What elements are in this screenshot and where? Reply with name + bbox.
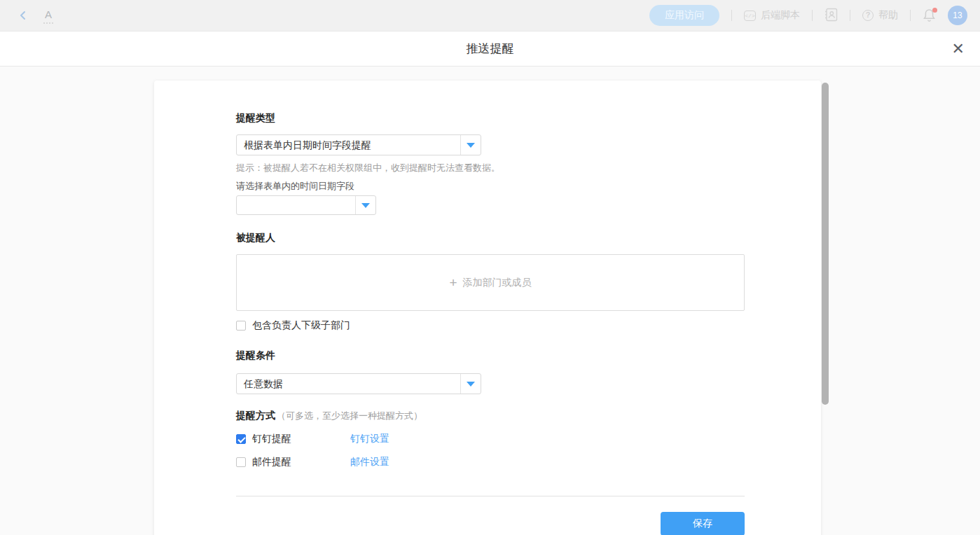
help-icon: ? (862, 10, 874, 21)
dingtalk-settings-link[interactable]: 钉钉设置 (350, 433, 389, 445)
chevron-down-icon (355, 196, 375, 214)
save-button[interactable]: 保存 (661, 512, 745, 535)
notifications-bell-icon[interactable] (923, 8, 937, 23)
topbar-divider (731, 10, 732, 21)
reminder-form: 提醒类型 根据表单内日期时间字段提醒 提示：被提醒人若不在相关权限组中，收到提醒… (154, 81, 745, 535)
dingtalk-checkbox[interactable] (236, 434, 246, 444)
form-divider (236, 496, 745, 496)
add-members-label: 添加部门或成员 (463, 277, 532, 289)
chevron-down-icon (460, 135, 481, 155)
method-row-dingtalk: 钉钉提醒 钉钉设置 (236, 433, 745, 445)
app-access-button[interactable]: 应用访问 (649, 5, 719, 26)
notification-dot (932, 8, 937, 13)
chevron-down-icon (460, 374, 481, 394)
email-settings-link[interactable]: 邮件设置 (350, 456, 389, 468)
add-members-button[interactable]: + 添加部门或成员 (236, 254, 745, 311)
plus-icon: + (449, 276, 457, 289)
close-icon[interactable]: ✕ (952, 41, 965, 57)
topbar-divider (850, 10, 850, 21)
dialog-body: 提醒类型 根据表单内日期时间字段提醒 提示：被提醒人若不在相关权限组中，收到提醒… (0, 67, 980, 535)
condition-value: 任意数据 (237, 374, 460, 394)
methods-note: （可多选，至少选择一种提醒方式） (277, 410, 422, 422)
reminder-type-label: 提醒类型 (236, 112, 745, 125)
app-name[interactable]: A (43, 7, 53, 24)
help-button[interactable]: ? 帮助 (862, 9, 898, 22)
backend-script-button[interactable]: </> 后端脚本 (744, 9, 800, 22)
method-row-email: 邮件提醒 邮件设置 (236, 456, 745, 468)
email-checkbox[interactable] (236, 457, 246, 467)
scrollbar[interactable] (822, 83, 829, 405)
recipients-label: 被提醒人 (236, 232, 745, 244)
topbar-divider (812, 10, 813, 21)
reminder-type-value: 根据表单内日期时间字段提醒 (237, 135, 460, 155)
back-icon[interactable] (15, 8, 31, 23)
form-card: 提醒类型 根据表单内日期时间字段提醒 提示：被提醒人若不在相关权限组中，收到提醒… (154, 81, 821, 535)
topbar: A 应用访问 </> 后端脚本 ? 帮助 13 (0, 0, 980, 32)
include-subdept-label: 包含负责人下级子部门 (252, 319, 350, 332)
include-subdept-row[interactable]: 包含负责人下级子部门 (236, 319, 745, 332)
page-title: 推送提醒 (467, 41, 514, 57)
avatar[interactable]: 13 (948, 6, 967, 25)
condition-select[interactable]: 任意数据 (236, 373, 481, 394)
datetime-field-value (237, 196, 355, 214)
datetime-field-select[interactable] (236, 195, 376, 215)
reminder-type-select[interactable]: 根据表单内日期时间字段提醒 (236, 134, 481, 155)
contacts-icon (824, 8, 838, 24)
permission-hint: 提示：被提醒人若不在相关权限组中，收到提醒时无法查看数据。 (236, 162, 745, 174)
contacts-button[interactable] (824, 8, 838, 24)
email-label: 邮件提醒 (252, 456, 350, 468)
code-icon: </> (744, 11, 756, 21)
include-subdept-checkbox[interactable] (236, 321, 246, 331)
dingtalk-label: 钉钉提醒 (252, 433, 350, 445)
datetime-field-label: 请选择表单内的时间日期字段 (236, 180, 745, 193)
methods-label: 提醒方式 (236, 410, 275, 422)
dialog-header: 推送提醒 ✕ (0, 32, 980, 67)
help-label: 帮助 (878, 9, 898, 22)
topbar-divider (910, 10, 911, 21)
backend-script-label: 后端脚本 (761, 9, 800, 22)
condition-label: 提醒条件 (236, 349, 745, 362)
